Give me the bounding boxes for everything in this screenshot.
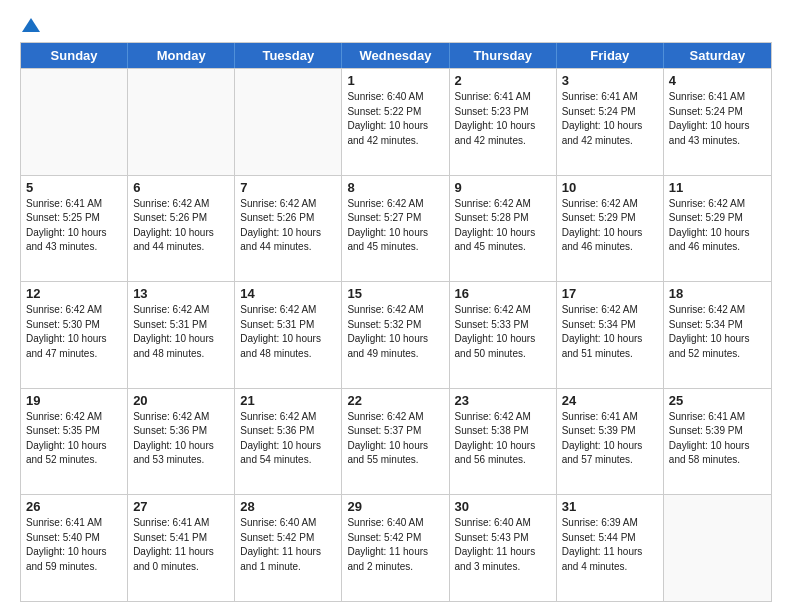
day-number: 1 <box>347 73 443 88</box>
calendar-cell: 11Sunrise: 6:42 AM Sunset: 5:29 PM Dayli… <box>664 176 771 282</box>
day-number: 28 <box>240 499 336 514</box>
calendar-cell <box>21 69 128 175</box>
day-info: Sunrise: 6:42 AM Sunset: 5:27 PM Dayligh… <box>347 197 443 255</box>
day-number: 31 <box>562 499 658 514</box>
day-info: Sunrise: 6:42 AM Sunset: 5:32 PM Dayligh… <box>347 303 443 361</box>
calendar-cell: 28Sunrise: 6:40 AM Sunset: 5:42 PM Dayli… <box>235 495 342 601</box>
day-info: Sunrise: 6:42 AM Sunset: 5:29 PM Dayligh… <box>669 197 766 255</box>
logo-icon <box>22 18 40 32</box>
day-info: Sunrise: 6:42 AM Sunset: 5:35 PM Dayligh… <box>26 410 122 468</box>
day-number: 15 <box>347 286 443 301</box>
calendar-cell: 23Sunrise: 6:42 AM Sunset: 5:38 PM Dayli… <box>450 389 557 495</box>
day-number: 30 <box>455 499 551 514</box>
day-number: 5 <box>26 180 122 195</box>
day-info: Sunrise: 6:42 AM Sunset: 5:28 PM Dayligh… <box>455 197 551 255</box>
calendar-cell: 20Sunrise: 6:42 AM Sunset: 5:36 PM Dayli… <box>128 389 235 495</box>
day-info: Sunrise: 6:41 AM Sunset: 5:39 PM Dayligh… <box>562 410 658 468</box>
day-info: Sunrise: 6:42 AM Sunset: 5:29 PM Dayligh… <box>562 197 658 255</box>
calendar-cell: 25Sunrise: 6:41 AM Sunset: 5:39 PM Dayli… <box>664 389 771 495</box>
day-info: Sunrise: 6:40 AM Sunset: 5:43 PM Dayligh… <box>455 516 551 574</box>
calendar-cell: 2Sunrise: 6:41 AM Sunset: 5:23 PM Daylig… <box>450 69 557 175</box>
day-number: 19 <box>26 393 122 408</box>
day-info: Sunrise: 6:42 AM Sunset: 5:31 PM Dayligh… <box>240 303 336 361</box>
logo <box>20 18 40 32</box>
day-number: 2 <box>455 73 551 88</box>
svg-marker-0 <box>22 18 40 32</box>
calendar-cell: 17Sunrise: 6:42 AM Sunset: 5:34 PM Dayli… <box>557 282 664 388</box>
weekday-header: Sunday <box>21 43 128 68</box>
calendar-cell <box>235 69 342 175</box>
calendar-cell: 26Sunrise: 6:41 AM Sunset: 5:40 PM Dayli… <box>21 495 128 601</box>
weekday-header: Thursday <box>450 43 557 68</box>
day-info: Sunrise: 6:41 AM Sunset: 5:23 PM Dayligh… <box>455 90 551 148</box>
calendar-cell: 9Sunrise: 6:42 AM Sunset: 5:28 PM Daylig… <box>450 176 557 282</box>
day-number: 27 <box>133 499 229 514</box>
day-number: 13 <box>133 286 229 301</box>
day-number: 23 <box>455 393 551 408</box>
day-number: 11 <box>669 180 766 195</box>
day-number: 21 <box>240 393 336 408</box>
day-number: 18 <box>669 286 766 301</box>
day-info: Sunrise: 6:41 AM Sunset: 5:40 PM Dayligh… <box>26 516 122 574</box>
calendar-cell <box>664 495 771 601</box>
calendar-cell: 27Sunrise: 6:41 AM Sunset: 5:41 PM Dayli… <box>128 495 235 601</box>
day-number: 3 <box>562 73 658 88</box>
calendar-cell: 8Sunrise: 6:42 AM Sunset: 5:27 PM Daylig… <box>342 176 449 282</box>
calendar-header: SundayMondayTuesdayWednesdayThursdayFrid… <box>21 43 771 68</box>
calendar-cell: 30Sunrise: 6:40 AM Sunset: 5:43 PM Dayli… <box>450 495 557 601</box>
calendar-cell: 29Sunrise: 6:40 AM Sunset: 5:42 PM Dayli… <box>342 495 449 601</box>
calendar-cell <box>128 69 235 175</box>
calendar-row: 5Sunrise: 6:41 AM Sunset: 5:25 PM Daylig… <box>21 175 771 282</box>
day-number: 26 <box>26 499 122 514</box>
day-number: 24 <box>562 393 658 408</box>
weekday-header: Wednesday <box>342 43 449 68</box>
day-number: 7 <box>240 180 336 195</box>
calendar-cell: 7Sunrise: 6:42 AM Sunset: 5:26 PM Daylig… <box>235 176 342 282</box>
day-number: 22 <box>347 393 443 408</box>
day-info: Sunrise: 6:42 AM Sunset: 5:33 PM Dayligh… <box>455 303 551 361</box>
day-info: Sunrise: 6:40 AM Sunset: 5:42 PM Dayligh… <box>240 516 336 574</box>
calendar-cell: 14Sunrise: 6:42 AM Sunset: 5:31 PM Dayli… <box>235 282 342 388</box>
day-info: Sunrise: 6:41 AM Sunset: 5:24 PM Dayligh… <box>669 90 766 148</box>
day-info: Sunrise: 6:40 AM Sunset: 5:42 PM Dayligh… <box>347 516 443 574</box>
day-info: Sunrise: 6:42 AM Sunset: 5:31 PM Dayligh… <box>133 303 229 361</box>
calendar-row: 1Sunrise: 6:40 AM Sunset: 5:22 PM Daylig… <box>21 68 771 175</box>
calendar-row: 26Sunrise: 6:41 AM Sunset: 5:40 PM Dayli… <box>21 494 771 601</box>
calendar-cell: 24Sunrise: 6:41 AM Sunset: 5:39 PM Dayli… <box>557 389 664 495</box>
day-info: Sunrise: 6:42 AM Sunset: 5:38 PM Dayligh… <box>455 410 551 468</box>
day-info: Sunrise: 6:42 AM Sunset: 5:34 PM Dayligh… <box>669 303 766 361</box>
day-number: 25 <box>669 393 766 408</box>
day-number: 9 <box>455 180 551 195</box>
day-number: 17 <box>562 286 658 301</box>
calendar-cell: 16Sunrise: 6:42 AM Sunset: 5:33 PM Dayli… <box>450 282 557 388</box>
day-number: 4 <box>669 73 766 88</box>
day-number: 10 <box>562 180 658 195</box>
calendar-cell: 3Sunrise: 6:41 AM Sunset: 5:24 PM Daylig… <box>557 69 664 175</box>
day-info: Sunrise: 6:41 AM Sunset: 5:41 PM Dayligh… <box>133 516 229 574</box>
page: SundayMondayTuesdayWednesdayThursdayFrid… <box>0 0 792 612</box>
day-info: Sunrise: 6:42 AM Sunset: 5:36 PM Dayligh… <box>133 410 229 468</box>
calendar-cell: 19Sunrise: 6:42 AM Sunset: 5:35 PM Dayli… <box>21 389 128 495</box>
weekday-header: Tuesday <box>235 43 342 68</box>
calendar-cell: 1Sunrise: 6:40 AM Sunset: 5:22 PM Daylig… <box>342 69 449 175</box>
day-info: Sunrise: 6:39 AM Sunset: 5:44 PM Dayligh… <box>562 516 658 574</box>
calendar-cell: 21Sunrise: 6:42 AM Sunset: 5:36 PM Dayli… <box>235 389 342 495</box>
calendar-cell: 6Sunrise: 6:42 AM Sunset: 5:26 PM Daylig… <box>128 176 235 282</box>
calendar-cell: 13Sunrise: 6:42 AM Sunset: 5:31 PM Dayli… <box>128 282 235 388</box>
calendar: SundayMondayTuesdayWednesdayThursdayFrid… <box>20 42 772 602</box>
day-number: 8 <box>347 180 443 195</box>
calendar-body: 1Sunrise: 6:40 AM Sunset: 5:22 PM Daylig… <box>21 68 771 601</box>
day-number: 29 <box>347 499 443 514</box>
weekday-header: Monday <box>128 43 235 68</box>
calendar-cell: 31Sunrise: 6:39 AM Sunset: 5:44 PM Dayli… <box>557 495 664 601</box>
day-number: 6 <box>133 180 229 195</box>
day-number: 20 <box>133 393 229 408</box>
calendar-cell: 4Sunrise: 6:41 AM Sunset: 5:24 PM Daylig… <box>664 69 771 175</box>
day-info: Sunrise: 6:41 AM Sunset: 5:25 PM Dayligh… <box>26 197 122 255</box>
day-info: Sunrise: 6:40 AM Sunset: 5:22 PM Dayligh… <box>347 90 443 148</box>
day-info: Sunrise: 6:42 AM Sunset: 5:26 PM Dayligh… <box>240 197 336 255</box>
calendar-cell: 10Sunrise: 6:42 AM Sunset: 5:29 PM Dayli… <box>557 176 664 282</box>
day-info: Sunrise: 6:41 AM Sunset: 5:39 PM Dayligh… <box>669 410 766 468</box>
day-info: Sunrise: 6:42 AM Sunset: 5:26 PM Dayligh… <box>133 197 229 255</box>
day-number: 16 <box>455 286 551 301</box>
